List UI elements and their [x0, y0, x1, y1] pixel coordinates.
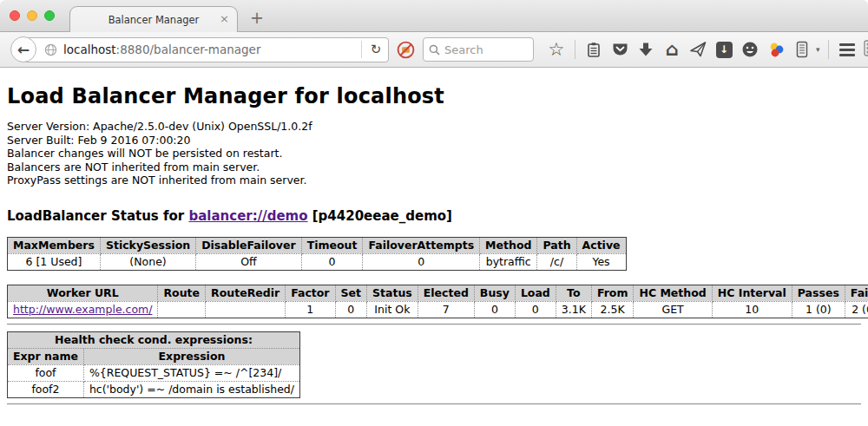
column-header: Busy	[474, 285, 515, 301]
phone-battery-icon[interactable]	[792, 39, 812, 60]
chat-smiley-icon[interactable]	[740, 39, 760, 60]
back-arrow-icon: ←	[17, 43, 30, 57]
column-header: RouteRedir	[206, 285, 286, 301]
cell-busy: 0	[474, 301, 515, 318]
minimize-window-button[interactable]	[27, 10, 37, 21]
balancer-status-table: MaxMembers StickySession DisableFailover…	[7, 237, 627, 271]
reload-button[interactable]: ↻	[364, 42, 388, 57]
column-header: Expr name	[8, 348, 84, 364]
new-tab-button[interactable]: +	[250, 10, 264, 26]
page-title: Load Balancer Manager for localhost	[7, 68, 861, 108]
cell-expression: hc('body') =~ /domain is established/	[83, 381, 299, 397]
health-table-title: Health check cond. expressions:	[8, 331, 300, 348]
column-header: Fails	[845, 285, 868, 301]
menu-icon[interactable]	[837, 39, 858, 60]
toolbar-separator	[828, 40, 829, 59]
tab-title: Balancer Manager	[108, 14, 200, 26]
clipboard-icon[interactable]	[583, 39, 604, 60]
window-controls	[10, 10, 55, 21]
url-text: localhost:8880/balancer-manager	[63, 43, 359, 56]
navigation-toolbar: ← localhost:8880/balancer-manager ↻	[0, 32, 868, 68]
page-bottom-divider	[7, 403, 861, 405]
column-header: Path	[537, 237, 576, 253]
cell-load: 0	[515, 301, 556, 318]
url-path: :8880/balancer-manager	[116, 43, 261, 56]
health-check-table: Health check cond. expressions: Expr nam…	[7, 331, 300, 398]
column-header: FailoverAttempts	[363, 237, 480, 253]
bookmark-star-icon[interactable]: ☆	[546, 39, 567, 60]
page-content: Load Balancer Manager for localhost Serv…	[0, 68, 868, 405]
cell-hc-interval: 10	[712, 301, 792, 318]
colorful-dots-icon[interactable]	[766, 39, 786, 60]
cell-path: /c/	[537, 253, 576, 270]
balancer-section-heading: LoadBalancer Status for balancer://demo …	[7, 208, 861, 224]
cell-fails: 2 (0)	[845, 301, 868, 318]
close-window-button[interactable]	[10, 10, 20, 21]
column-header: From	[591, 285, 634, 301]
search-icon	[429, 44, 440, 56]
heading-suffix: [p4420eeae_demo]	[308, 208, 452, 224]
cell-to: 3.1K	[556, 301, 591, 318]
chevron-down-icon[interactable]: ▾	[816, 45, 820, 54]
cell-from: 2.5K	[591, 301, 634, 318]
inherit-notice-line: Balancers are NOT inherited from main se…	[7, 161, 861, 174]
column-header: HC Interval	[712, 285, 792, 301]
tab-balancer-manager[interactable]: Balancer Manager ×	[69, 6, 238, 32]
home-icon[interactable]: ⌂	[661, 39, 682, 60]
grid-icon[interactable]	[863, 39, 868, 60]
pocket-icon[interactable]	[609, 39, 630, 60]
tab-close-icon[interactable]: ×	[220, 13, 229, 24]
health-table-data-row: foof %{REQUEST_STATUS} =~ /^[234]/	[8, 364, 300, 381]
column-header: MaxMembers	[8, 237, 101, 253]
worker-url-link[interactable]: http://www.example.com/	[13, 303, 152, 316]
cell-passes: 1 (0)	[792, 301, 845, 318]
cell-expression: %{REQUEST_STATUS} =~ /^[234]/	[83, 364, 299, 381]
column-header: Elected	[418, 285, 474, 301]
send-plane-icon[interactable]	[687, 39, 708, 60]
server-version-line: Server Version: Apache/2.5.0-dev (Unix) …	[7, 120, 861, 134]
cell-status: Init Ok	[367, 301, 418, 318]
column-header: DisableFailover	[196, 237, 301, 253]
balancer-demo-link[interactable]: balancer://demo	[188, 208, 307, 224]
content-blocker-icon[interactable]	[397, 41, 415, 59]
search-bar[interactable]	[423, 37, 534, 62]
cell-expr-name: foof2	[8, 381, 84, 397]
cell-method: bytraffic	[480, 253, 537, 270]
cell-set: 0	[335, 301, 366, 318]
worker-table-header-row: Worker URL Route RouteRedir Factor Set S…	[8, 285, 868, 301]
browser-window: Balancer Manager × + ← localhost:8880/ba…	[0, 0, 868, 426]
section-divider	[7, 324, 861, 325]
down-arrow-glyph: ↓	[720, 43, 728, 56]
cell-timeout: 0	[301, 253, 363, 270]
health-table-header-row: Expr name Expression	[8, 348, 300, 364]
download-arrow-icon[interactable]	[635, 39, 656, 60]
cell-failoverattempts: 0	[363, 253, 480, 270]
column-header: Method	[480, 237, 537, 253]
persist-notice-line: Balancer changes will NOT be persisted o…	[7, 147, 861, 161]
health-table-data-row: foof2 hc('body') =~ /domain is establish…	[8, 381, 300, 397]
cell-stickysession: (None)	[100, 253, 195, 270]
back-button[interactable]: ←	[10, 36, 36, 62]
toolbar-icons: ☆	[546, 39, 868, 60]
cell-factor: 1	[286, 301, 335, 318]
zoom-window-button[interactable]	[44, 10, 55, 21]
search-input[interactable]	[444, 43, 523, 56]
health-table-title-row: Health check cond. expressions:	[8, 331, 300, 348]
home-glyph: ⌂	[665, 41, 678, 59]
url-host: localhost	[63, 43, 116, 56]
server-built-line: Server Built: Feb 9 2016 07:00:20	[7, 134, 861, 147]
column-header: Worker URL	[8, 285, 158, 301]
column-header: Load	[515, 285, 556, 301]
balancer-table-data-row: 6 [1 Used] (None) Off 0 0 bytraffic /c/ …	[8, 253, 627, 270]
cell-worker-url: http://www.example.com/	[8, 301, 158, 318]
url-bar[interactable]: localhost:8880/balancer-manager ↻	[23, 37, 389, 62]
toolbar-separator	[575, 40, 575, 59]
star-glyph: ☆	[549, 41, 565, 59]
column-header: HC Method	[634, 285, 712, 301]
globe-icon	[44, 43, 57, 56]
video-download-icon[interactable]: ↓	[713, 39, 734, 60]
column-header: Expression	[83, 348, 299, 364]
cell-elected: 7	[418, 301, 474, 318]
proxypass-notice-line: ProxyPass settings are NOT inherited fro…	[7, 174, 861, 187]
cell-maxmembers: 6 [1 Used]	[8, 253, 101, 270]
